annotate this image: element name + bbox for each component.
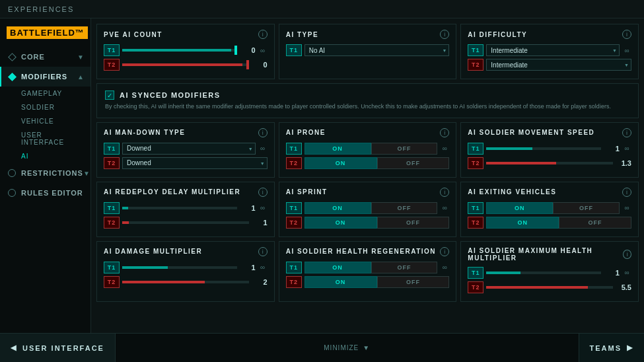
ai-health-regen-t2-off-btn[interactable]: OFF (377, 276, 450, 288)
pve-link-icon[interactable]: ∞ (258, 47, 268, 54)
ai-exiting-t2-row: T2 ON OFF (468, 217, 631, 229)
ai-redeploy-t1-slider[interactable] (122, 202, 237, 214)
ai-diff-t1-dropdown[interactable]: Easy Intermediate Hard Expert (486, 44, 620, 56)
ai-health-regen-info-icon[interactable]: i (440, 247, 449, 256)
ai-max-health-t1-value: 1 (604, 269, 620, 277)
sidebar-sub-vehicle[interactable]: Vehicle (0, 114, 90, 128)
ai-redeploy-t1-fill (122, 207, 128, 209)
ai-movement-t1-value: 1 (604, 145, 620, 153)
ai-max-health-t1-slider[interactable] (486, 267, 601, 279)
pve-t2-slider[interactable] (122, 59, 249, 71)
ai-redeploy-t1-track (122, 207, 237, 209)
modifiers-chevron-icon: ▲ (77, 73, 84, 81)
ai-sprint-info-icon[interactable]: i (440, 188, 449, 197)
ai-man-down-t1-badge: T1 (104, 143, 120, 155)
pve-ai-count-info-icon[interactable]: i (258, 30, 268, 39)
ai-prone-t2-off-btn[interactable]: OFF (377, 157, 450, 169)
sidebar-item-rules-editor[interactable]: RULES EDITOR (0, 183, 90, 203)
ai-exiting-t1-off-btn[interactable]: OFF (553, 202, 620, 214)
ai-health-regen-t2-on-btn[interactable]: ON (304, 276, 377, 288)
ai-man-down-t1-dropdown[interactable]: Downed Eliminated Instant (122, 143, 256, 155)
ai-sprint-t1-off-btn[interactable]: OFF (371, 202, 438, 214)
ai-damage-link-icon[interactable]: ∞ (258, 264, 268, 271)
card-pve-ai-count: PVE AI COUNT i T1 0 ∞ (96, 24, 275, 79)
bottom-nav: ◀ USER INTERFACE MINIMIZE ▼ TEAMS ▶ (0, 333, 644, 362)
pve-t2-thumb (246, 60, 249, 69)
ai-max-health-link-icon[interactable]: ∞ (622, 269, 631, 276)
ai-exiting-t2-on-btn[interactable]: ON (486, 217, 559, 229)
ai-sprint-t2-on-btn[interactable]: ON (304, 217, 377, 229)
ai-damage-t2-slider[interactable] (122, 276, 249, 288)
card-ai-health-regen: AI SOLDIER HEALTH REGENERATION i T1 ON O… (279, 241, 457, 302)
sidebar-sub-soldier[interactable]: Soldier (0, 100, 90, 114)
top-bar: EXPERIENCES (0, 0, 644, 18)
ai-type-info-icon[interactable]: i (440, 30, 449, 39)
ai-prone-t1-off-btn[interactable]: OFF (371, 143, 438, 155)
ai-movement-t2-slider[interactable] (486, 157, 613, 169)
ai-health-regen-t1-toggle: ON OFF (304, 262, 438, 273)
ai-prone-info-icon[interactable]: i (440, 128, 449, 137)
ai-sprint-t2-off-btn[interactable]: OFF (377, 217, 450, 229)
ai-man-down-link-icon[interactable]: ∞ (258, 145, 268, 152)
sidebar-label-restrictions: RESTRICTIONS (21, 169, 83, 177)
ai-redeploy-t1-badge: T1 (104, 202, 120, 214)
ai-man-down-t2-row: T2 Downed Eliminated Instant (104, 157, 268, 169)
ai-prone-t1-badge: T1 (286, 143, 302, 155)
ai-man-down-t2-badge: T2 (104, 157, 120, 169)
ai-diff-t2-dropdown[interactable]: Easy Intermediate Hard Expert (486, 59, 631, 71)
ai-redeploy-t1-value: 1 (240, 204, 256, 212)
ai-prone-link-icon[interactable]: ∞ (440, 145, 449, 152)
ai-movement-info-icon[interactable]: i (622, 128, 631, 137)
sync-checkbox[interactable]: ✓ (105, 90, 114, 100)
ai-sprint-link-icon[interactable]: ∞ (440, 204, 449, 211)
ai-redeploy-t2-slider[interactable] (122, 217, 249, 229)
ai-prone-t2-on-btn[interactable]: ON (304, 157, 377, 169)
ai-diff-link-icon[interactable]: ∞ (622, 47, 631, 54)
ai-diff-t1-dropdown-wrapper: Easy Intermediate Hard Expert (486, 44, 620, 56)
ai-redeploy-link-icon[interactable]: ∞ (258, 204, 268, 211)
ai-redeploy-info-icon[interactable]: i (258, 188, 268, 197)
ai-damage-t1-value: 1 (240, 264, 256, 272)
ai-exiting-link-icon[interactable]: ∞ (622, 204, 631, 211)
ai-sprint-title: AI SPRINT (286, 188, 328, 196)
ai-max-health-t2-slider[interactable] (486, 281, 613, 293)
ai-difficulty-info-icon[interactable]: i (622, 30, 631, 39)
ai-exiting-info-icon[interactable]: i (622, 188, 631, 197)
ai-movement-t1-slider[interactable] (486, 143, 601, 155)
ai-type-dropdown[interactable]: No AI Standard Elite (304, 44, 450, 56)
ai-man-down-info-icon[interactable]: i (258, 128, 268, 137)
nav-right-btn[interactable]: TEAMS ▶ (579, 334, 645, 362)
modifiers-icon (7, 71, 17, 82)
ai-exiting-t2-off-btn[interactable]: OFF (559, 217, 631, 229)
ai-health-regen-link-icon[interactable]: ∞ (440, 264, 449, 271)
ai-sprint-t1-toggle: ON OFF (304, 202, 438, 214)
core-chevron-icon: ▼ (77, 54, 84, 61)
pve-t1-track (122, 49, 237, 52)
ai-max-health-info-icon[interactable]: i (623, 250, 631, 259)
nav-left-btn[interactable]: ◀ USER INTERFACE (0, 334, 116, 362)
ai-damage-info-icon[interactable]: i (258, 247, 268, 256)
restrictions-icon (7, 168, 17, 178)
ai-movement-link-icon[interactable]: ∞ (622, 145, 631, 152)
pve-t2-badge: T2 (104, 59, 120, 71)
card-ai-type: AI TYPE i T1 No AI Standard Elite (279, 24, 457, 79)
ai-man-down-t2-dropdown[interactable]: Downed Eliminated Instant (122, 157, 268, 169)
ai-sprint-t1-on-btn[interactable]: ON (304, 202, 371, 214)
sidebar-sub-ai[interactable]: AI (0, 149, 90, 163)
sidebar-sub-gameplay[interactable]: Gameplay (0, 87, 90, 100)
ai-damage-t1-slider[interactable] (122, 262, 237, 273)
pve-t1-slider[interactable] (122, 44, 237, 56)
ai-max-health-t1-fill (486, 272, 520, 274)
ai-exiting-t1-badge: T1 (468, 202, 483, 214)
sidebar-item-core[interactable]: CORE ▼ (0, 47, 90, 67)
ai-health-regen-t1-on-btn[interactable]: ON (304, 262, 371, 273)
ai-man-down-t2-wrapper: Downed Eliminated Instant (122, 157, 268, 169)
sidebar-item-modifiers[interactable]: MODIFIERS ▲ (0, 67, 90, 87)
ai-exiting-t1-on-btn[interactable]: ON (486, 202, 553, 214)
sidebar-item-restrictions[interactable]: RESTRICTIONS ▼ (0, 163, 90, 183)
ai-exiting-t1-row: T1 ON OFF ∞ (468, 202, 631, 214)
sidebar-sub-user-interface[interactable]: User Interface (0, 128, 90, 149)
ai-max-health-header: AI SOLDIER MAXIMUM HEALTH MULTIPLIER i (468, 247, 631, 262)
ai-prone-t1-on-btn[interactable]: ON (304, 143, 371, 155)
ai-health-regen-t1-off-btn[interactable]: OFF (371, 262, 438, 273)
